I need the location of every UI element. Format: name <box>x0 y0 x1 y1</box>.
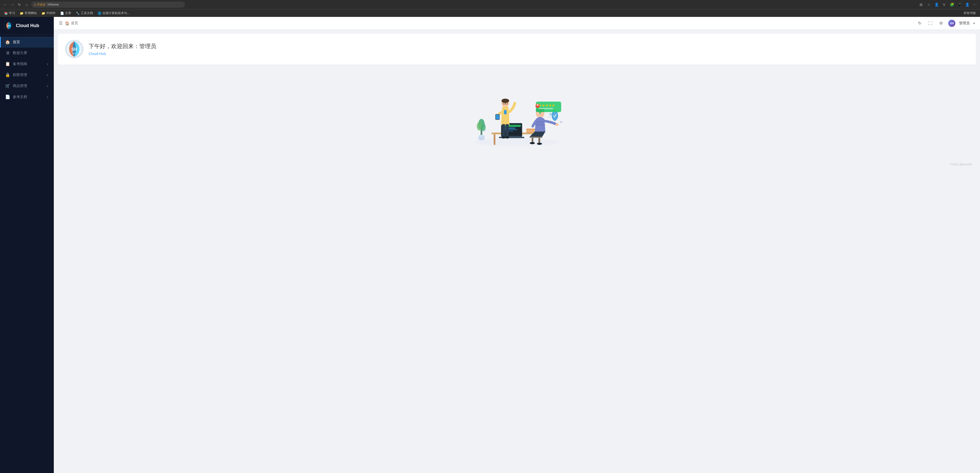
back-button[interactable]: ← <box>2 2 8 8</box>
welcome-avatar: SH 学习 <box>65 40 83 58</box>
svg-point-49 <box>537 143 542 145</box>
svg-text:SH: SH <box>72 47 77 51</box>
chevron-down-icon-2: ∨ <box>46 73 49 77</box>
star-button[interactable]: ☆ <box>926 2 932 8</box>
sidebar-item-permissions[interactable]: 🔒 权限管理 ∨ <box>0 69 54 80</box>
svg-rect-53 <box>538 108 553 109</box>
doc-icon: 📄 <box>60 11 64 15</box>
welcome-subtitle: Cloud-Hub <box>89 52 156 56</box>
user-dropdown-arrow[interactable]: ▾ <box>973 22 975 25</box>
bookmarks-bar: 📚 学习 📁 常用网站 📁 中间件 📄 文章 🔧 工具文档 🌐 全国计算机技术与… <box>0 9 980 17</box>
sidebar: SH Cloud Hub 🏠 首页 🖥 数据大屏 📋 备考指南 ∨ 🔒 权限管理 <box>0 17 54 473</box>
tool-icon: 🔧 <box>76 11 80 15</box>
bookmark-label-5: 工具文档 <box>81 11 93 15</box>
app-title: Cloud Hub <box>16 23 39 29</box>
extension-button[interactable]: V <box>941 2 947 8</box>
sidebar-item-products[interactable]: 🛒 商品管理 ∨ <box>0 80 54 91</box>
svg-point-47 <box>555 123 558 126</box>
svg-point-38 <box>501 137 506 138</box>
address-bar[interactable]: ⚠ 不安全 '/#/home <box>31 2 185 8</box>
monitor-icon: 🖥 <box>5 51 10 55</box>
app-header: ☰ 🏠 首页 ↻ ⛶ ⚙ SH 管理员 ▾ <box>54 17 980 30</box>
breadcrumb: 🏠 首页 <box>65 21 78 25</box>
svg-point-10 <box>482 124 486 131</box>
refresh-button[interactable]: ↻ <box>16 2 22 8</box>
tablet-button[interactable]: 📱 <box>956 2 963 8</box>
bookmark-study[interactable]: 📚 学习 <box>2 10 17 16</box>
breadcrumb-home: 首页 <box>71 21 78 25</box>
settings-button[interactable]: ⚙ <box>937 20 945 27</box>
cart-icon: 🛒 <box>5 83 10 88</box>
forward-button[interactable]: → <box>9 2 15 8</box>
study-icon: 📚 <box>4 11 8 15</box>
hero-illustration: ★★★★★ <box>463 79 571 151</box>
menu-toggle-button[interactable]: ☰ <box>59 21 62 25</box>
svg-point-59 <box>560 121 562 123</box>
bookmark-label-6: 全国计算机技术与... <box>102 11 130 15</box>
bookmark-label-1: 学习 <box>9 11 15 15</box>
ext2-button[interactable]: 🧩 <box>949 2 955 8</box>
nav-label-home: 首页 <box>13 40 49 44</box>
sidebar-item-examguide[interactable]: 📋 备考指南 ∨ <box>0 58 54 69</box>
svg-rect-35 <box>496 115 499 119</box>
footer-text: ©2021 @ZeroSH <box>950 163 972 166</box>
svg-text:★★★★★: ★★★★★ <box>538 103 555 108</box>
bookmark-label-2: 常用网站 <box>25 11 37 15</box>
url-text: '/#/home <box>47 3 59 6</box>
page-content: SH 学习 下午好，欢迎回来：管理员 Cloud-Hub <box>54 30 980 473</box>
home-icon: 🏠 <box>5 40 10 44</box>
bookmark-label-3: 中间件 <box>46 11 56 15</box>
all-bookmarks[interactable]: 所有书签 <box>962 10 978 16</box>
sidebar-nav: 🏠 首页 🖥 数据大屏 📋 备考指南 ∨ 🔒 权限管理 ∨ 🛒 商品管理 ∨ <box>0 35 54 473</box>
profile-button[interactable]: 👤 <box>933 2 940 8</box>
sidebar-item-home[interactable]: 🏠 首页 <box>0 37 54 48</box>
browser-chrome: ← → ↻ ⌂ ⚠ 不安全 '/#/home ⊞ ☆ 👤 V 🧩 📱 👤 ⋯ <box>0 0 980 9</box>
svg-rect-36 <box>502 124 505 137</box>
folder-icon-2: 📁 <box>41 11 45 15</box>
clipboard-icon: 📋 <box>5 62 10 66</box>
browser-actions: ⊞ ☆ 👤 V 🧩 📱 👤 ⋯ <box>918 2 978 8</box>
chevron-down-icon-4: ∨ <box>46 95 49 99</box>
file-icon: 📄 <box>5 94 10 99</box>
svg-point-57 <box>550 113 552 115</box>
globe-icon: 🌐 <box>98 11 102 15</box>
page-footer: ©2021 @ZeroSH <box>58 161 976 168</box>
welcome-text: 下午好，欢迎回来：管理员 Cloud-Hub <box>89 43 156 56</box>
header-right: ↻ ⛶ ⚙ SH 管理员 ▾ <box>916 20 975 27</box>
bookmark-tools[interactable]: 🔧 工具文档 <box>74 10 95 16</box>
avatar[interactable]: SH <box>948 20 955 27</box>
translate-button[interactable]: ⊞ <box>918 2 924 8</box>
svg-point-58 <box>549 116 550 117</box>
svg-text:学习: 学习 <box>73 53 76 54</box>
bookmark-middleware[interactable]: 📁 中间件 <box>40 10 57 16</box>
nav-label-examguide: 备考指南 <box>13 62 44 66</box>
bookmark-common[interactable]: 📁 常用网站 <box>18 10 39 16</box>
bookmark-computer[interactable]: 🌐 全国计算机技术与... <box>95 10 132 16</box>
home-button[interactable]: ⌂ <box>24 2 30 8</box>
lock-icon: 🔒 <box>5 73 10 77</box>
bookmark-label-4: 文章 <box>65 11 71 15</box>
more-button[interactable]: ⋯ <box>972 2 978 8</box>
svg-rect-33 <box>504 110 507 114</box>
sidebar-item-docs[interactable]: 📄 参考文档 ∨ <box>0 91 54 102</box>
svg-point-9 <box>477 122 482 130</box>
sidebar-item-datascreen[interactable]: 🖥 数据大屏 <box>0 48 54 58</box>
refresh-icon-button[interactable]: ↻ <box>916 20 923 27</box>
svg-rect-37 <box>506 124 509 137</box>
nav-label-permissions: 权限管理 <box>13 73 44 77</box>
bookmark-article[interactable]: 📄 文章 <box>58 10 73 16</box>
user-name-label: 管理员 <box>959 21 970 25</box>
nav-label-docs: 参考文档 <box>13 95 44 99</box>
svg-rect-15 <box>493 134 495 145</box>
nav-label-datascreen: 数据大屏 <box>13 51 49 55</box>
svg-point-56 <box>536 106 539 108</box>
user-circle-button[interactable]: 👤 <box>964 2 970 8</box>
fullscreen-button[interactable]: ⛶ <box>927 20 934 27</box>
chevron-down-icon-1: ∨ <box>46 62 49 66</box>
security-warning: ⚠ 不安全 <box>34 3 46 7</box>
header-left: ☰ 🏠 首页 <box>59 21 78 25</box>
svg-point-39 <box>505 137 509 138</box>
svg-rect-40 <box>530 137 542 138</box>
welcome-card: SH 学习 下午好，欢迎回来：管理员 Cloud-Hub <box>58 34 976 65</box>
app-layout: SH Cloud Hub 🏠 首页 🖥 数据大屏 📋 备考指南 ∨ 🔒 权限管理 <box>0 17 980 473</box>
